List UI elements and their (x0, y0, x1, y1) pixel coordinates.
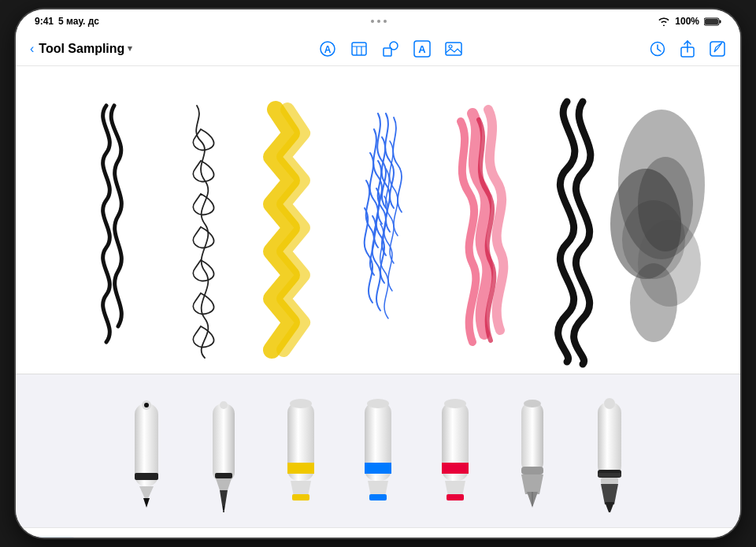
marker-blue-tool[interactable] (346, 388, 410, 514)
svg-point-14 (449, 45, 452, 48)
table-icon[interactable] (350, 40, 368, 58)
back-chevron: ‹ (30, 42, 34, 56)
svg-point-23 (622, 200, 685, 279)
status-center (371, 20, 387, 23)
tools-panel (16, 374, 740, 527)
status-left: 9:41 5 мау. дс (35, 16, 99, 27)
svg-point-40 (290, 399, 312, 408)
svg-rect-37 (287, 463, 314, 474)
svg-marker-53 (521, 474, 543, 494)
share-icon[interactable] (679, 40, 696, 58)
title-chevron[interactable]: ▾ (128, 43, 132, 54)
svg-text:A: A (324, 44, 332, 55)
collaborate-icon[interactable] (677, 538, 695, 538)
svg-rect-63 (598, 473, 621, 477)
edit-icon[interactable] (709, 40, 726, 58)
dot1 (371, 20, 374, 23)
bottom-bar: 150% (16, 527, 740, 538)
dot3 (384, 20, 387, 23)
svg-rect-44 (369, 494, 387, 500)
time-display: 9:41 (35, 16, 54, 27)
svg-rect-51 (521, 402, 543, 473)
svg-rect-5 (352, 43, 366, 55)
svg-rect-2 (720, 20, 721, 23)
svg-rect-59 (601, 478, 618, 484)
svg-rect-1 (705, 19, 718, 24)
status-right: 100% (658, 16, 721, 27)
bottom-right-icons (677, 538, 721, 538)
svg-point-45 (367, 399, 389, 408)
fountain-pen-tool[interactable] (501, 388, 564, 514)
brush-tool[interactable] (578, 388, 641, 514)
svg-rect-25 (135, 473, 158, 480)
svg-rect-47 (442, 463, 469, 474)
svg-point-56 (524, 400, 541, 407)
svg-point-35 (220, 401, 228, 409)
svg-rect-42 (365, 463, 391, 474)
back-button[interactable]: ‹ (30, 42, 34, 56)
svg-rect-30 (213, 404, 235, 482)
marker-red-tool[interactable] (424, 388, 487, 514)
title-text: Tool Sampling (39, 42, 124, 56)
svg-text:A: A (418, 43, 426, 55)
drawing-svg (16, 66, 740, 374)
svg-rect-9 (384, 48, 391, 56)
svg-rect-39 (292, 494, 309, 500)
svg-point-62 (604, 398, 615, 409)
battery-label: 100% (675, 16, 699, 27)
svg-marker-61 (605, 502, 614, 512)
drawing-canvas (16, 66, 740, 374)
pencil-tool[interactable] (115, 388, 178, 514)
svg-marker-32 (216, 478, 232, 490)
marker-yellow-tool[interactable] (269, 388, 332, 514)
document-title: Tool Sampling ▾ (39, 42, 132, 56)
history-icon[interactable] (649, 40, 666, 58)
svg-point-10 (390, 42, 398, 50)
wifi-icon (658, 17, 670, 26)
image-icon[interactable] (445, 40, 462, 58)
svg-rect-31 (215, 473, 232, 478)
svg-rect-13 (446, 43, 461, 55)
toolbar-right (649, 40, 726, 58)
svg-marker-60 (601, 484, 618, 504)
fullscreen-icon[interactable] (706, 538, 721, 538)
svg-rect-52 (521, 467, 543, 474)
battery-icon (704, 17, 721, 26)
canvas-area (16, 66, 740, 374)
svg-marker-27 (143, 498, 150, 508)
status-bar: 9:41 5 мау. дс 100% (16, 9, 740, 32)
pen-tool[interactable] (192, 388, 255, 514)
svg-point-29 (144, 403, 149, 407)
text-icon[interactable]: A (413, 40, 431, 58)
dot2 (377, 20, 380, 23)
toolbar-center: A (319, 40, 462, 58)
ipad-device: 9:41 5 мау. дс 100% (16, 9, 740, 538)
svg-point-50 (444, 399, 466, 408)
toolbar: ‹ Tool Sampling ▾ A (16, 32, 740, 66)
date-display: 5 мау. дс (58, 16, 99, 27)
svg-rect-57 (598, 402, 621, 477)
shapes-icon[interactable] (382, 40, 399, 58)
zoom-badge[interactable]: 150% (35, 536, 76, 538)
annotation-icon[interactable]: A (319, 40, 336, 58)
svg-rect-49 (447, 494, 464, 500)
toolbar-left: ‹ Tool Sampling ▾ (30, 42, 132, 56)
